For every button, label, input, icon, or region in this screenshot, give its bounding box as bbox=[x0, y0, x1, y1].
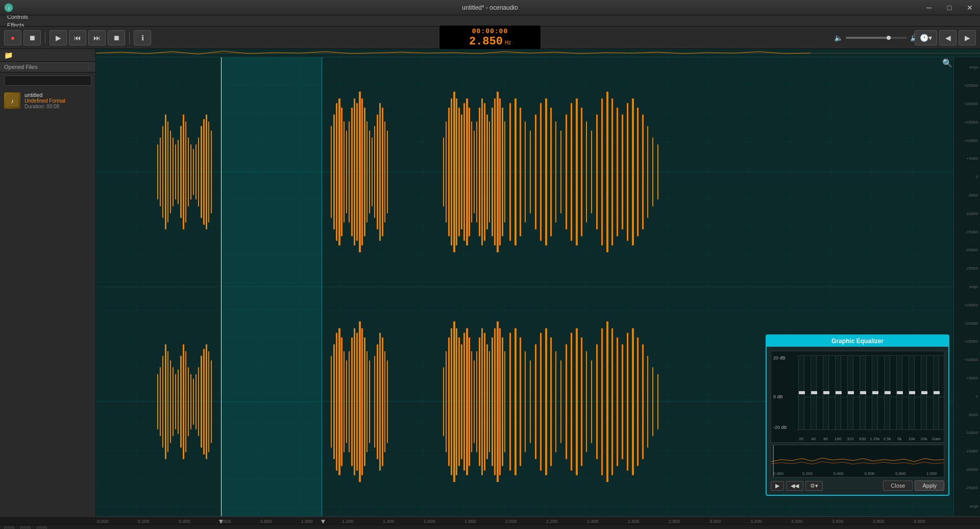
eq-band-40hz[interactable] bbox=[808, 355, 819, 430]
y-label-n5000-b: -5000 bbox=[955, 413, 978, 417]
svg-text:3.800: 3.800 bbox=[873, 519, 885, 524]
status-icon-list[interactable]: ≡ bbox=[4, 526, 14, 529]
overview-timeline[interactable] bbox=[96, 49, 980, 57]
eq-close-button[interactable]: Close bbox=[883, 480, 913, 491]
svg-rect-88 bbox=[540, 103, 542, 241]
y-label-n15000-b: -15000 bbox=[955, 449, 978, 453]
svg-rect-86 bbox=[530, 131, 531, 213]
eq-band-track-2500hz[interactable] bbox=[884, 355, 890, 430]
svg-rect-13 bbox=[160, 137, 161, 206]
info-button[interactable]: ℹ bbox=[134, 30, 151, 45]
eq-band-track-20hz[interactable] bbox=[798, 355, 804, 430]
waveform-area[interactable]: smpl +25000 +20000 +15000 +10000 +5000 0… bbox=[96, 49, 980, 516]
play-button[interactable]: ▶ bbox=[50, 30, 67, 45]
eq-grid: 20 dB 0 dB -20 dB bbox=[771, 351, 944, 443]
svg-rect-140 bbox=[346, 360, 347, 443]
close-button[interactable]: ✕ bbox=[960, 0, 980, 15]
toolbar-separator-1 bbox=[45, 32, 45, 44]
eq-freq-labels: 20 40 80 160 315 630 1.25k 2.5k 5k 10k 2… bbox=[796, 437, 942, 441]
volume-slider[interactable] bbox=[846, 37, 907, 39]
y-label-15000-b: +15000 bbox=[955, 339, 978, 344]
clock-button[interactable]: 🕐▾ bbox=[915, 30, 937, 45]
eq-controls: ▶ ◀◀ ⚙▾ Close Apply bbox=[771, 480, 944, 491]
eq-band-1250hz[interactable] bbox=[869, 355, 880, 430]
eq-band-20khz[interactable] bbox=[919, 355, 929, 430]
status-icon-grid[interactable]: ⊞ bbox=[20, 526, 31, 529]
toolbar-separator-2 bbox=[129, 32, 130, 44]
eq-band-track-20khz[interactable] bbox=[921, 355, 927, 430]
eq-settings-button[interactable]: ⚙▾ bbox=[805, 481, 823, 491]
svg-rect-203 bbox=[622, 344, 623, 459]
svg-rect-155 bbox=[387, 360, 388, 443]
eq-band-track-1250hz[interactable] bbox=[872, 355, 878, 430]
maximize-button[interactable]: □ bbox=[939, 0, 960, 15]
file-item[interactable]: ♪ untitled Undefined Format Duration: 00… bbox=[0, 89, 95, 112]
svg-rect-116 bbox=[167, 351, 168, 452]
eq-play-button[interactable]: ▶ bbox=[771, 481, 784, 491]
svg-rect-12 bbox=[157, 145, 158, 200]
eq-band-315hz[interactable] bbox=[845, 355, 855, 430]
y-label-n20000: -20000 bbox=[955, 248, 978, 252]
stop-button[interactable]: ⏹ bbox=[23, 30, 41, 45]
window-controls: ─ □ ✕ bbox=[919, 0, 980, 15]
search-icon[interactable]: 🔍 bbox=[942, 58, 952, 68]
eq-band-20hz[interactable] bbox=[796, 355, 806, 430]
svg-rect-111 bbox=[657, 145, 658, 200]
svg-rect-144 bbox=[356, 332, 358, 470]
svg-rect-82 bbox=[509, 103, 511, 241]
eq-freq-315: 315 bbox=[845, 437, 855, 441]
svg-rect-112 bbox=[157, 374, 158, 429]
loop-button[interactable]: ⏹ bbox=[108, 30, 125, 45]
svg-rect-56 bbox=[387, 131, 388, 213]
titlebar: ♪ untitled* - ocenaudio ─ □ ✕ bbox=[0, 0, 980, 15]
eq-band-160hz[interactable] bbox=[832, 355, 843, 430]
eq-band-80hz[interactable] bbox=[820, 355, 831, 430]
svg-rect-101 bbox=[606, 91, 608, 252]
svg-text:1.400: 1.400 bbox=[383, 519, 395, 524]
svg-rect-107 bbox=[637, 108, 639, 236]
eq-band-630hz[interactable] bbox=[857, 355, 868, 430]
eq-band-track-gain[interactable] bbox=[933, 355, 939, 430]
record-button[interactable]: ● bbox=[4, 30, 21, 45]
eq-bands-container bbox=[796, 355, 942, 430]
svg-rect-139 bbox=[344, 351, 345, 452]
folder-icon[interactable]: 📁 bbox=[4, 51, 13, 59]
search-input[interactable] bbox=[4, 76, 91, 86]
svg-rect-91 bbox=[555, 122, 556, 223]
eq-band-gain[interactable] bbox=[931, 355, 942, 430]
svg-rect-54 bbox=[382, 108, 383, 236]
svg-rect-187 bbox=[540, 332, 542, 470]
svg-rect-75 bbox=[489, 122, 490, 223]
y-label-n20000-b: -20000 bbox=[955, 467, 978, 472]
back-button[interactable]: ⏮ bbox=[69, 30, 86, 45]
status-icon-tiles[interactable]: ⊟ bbox=[37, 526, 47, 529]
eq-band-track-40hz[interactable] bbox=[811, 355, 817, 430]
svg-rect-163 bbox=[461, 344, 462, 459]
eq-band-track-160hz[interactable] bbox=[835, 355, 841, 430]
eq-band-track-80hz[interactable] bbox=[823, 355, 829, 430]
nav-forward-button[interactable]: ▶ bbox=[959, 30, 976, 45]
eq-mini-time-02: 0.200 bbox=[802, 471, 813, 476]
eq-band-2500hz[interactable] bbox=[882, 355, 893, 430]
eq-band-track-10khz[interactable] bbox=[909, 355, 915, 430]
svg-rect-129 bbox=[201, 355, 202, 447]
eq-band-track-5khz[interactable] bbox=[896, 355, 902, 430]
eq-band-track-630hz[interactable] bbox=[860, 355, 866, 430]
eq-band-track-315hz[interactable] bbox=[847, 355, 853, 430]
svg-rect-59 bbox=[448, 108, 450, 236]
svg-rect-210 bbox=[657, 374, 658, 429]
svg-rect-38 bbox=[341, 108, 342, 236]
eq-band-5khz[interactable] bbox=[894, 355, 905, 430]
eq-apply-button[interactable]: Apply bbox=[915, 480, 944, 491]
nav-back-button[interactable]: ◀ bbox=[939, 30, 957, 45]
eq-back-button[interactable]: ◀◀ bbox=[786, 481, 803, 491]
file-name: untitled bbox=[24, 92, 65, 98]
svg-rect-211 bbox=[771, 445, 944, 477]
minimize-button[interactable]: ─ bbox=[919, 0, 939, 15]
volume-mute-icon[interactable]: 🔈 bbox=[834, 34, 843, 42]
sidebar-resize-handle[interactable]: ⋮ bbox=[86, 64, 91, 70]
forward-button[interactable]: ⏭ bbox=[88, 30, 106, 45]
svg-rect-125 bbox=[190, 374, 191, 429]
svg-rect-177 bbox=[497, 321, 499, 482]
eq-band-10khz[interactable] bbox=[906, 355, 917, 430]
